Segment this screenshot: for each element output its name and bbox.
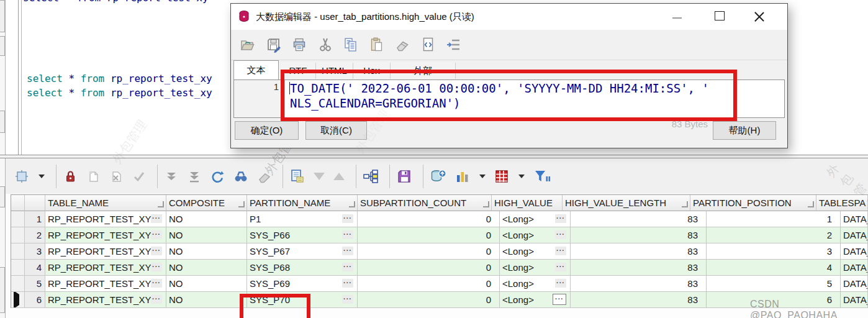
matrix-icon[interactable]: [494, 169, 509, 184]
ellipsis-button[interactable]: [151, 214, 162, 223]
cell-partition-name[interactable]: SYS_P68: [247, 260, 358, 276]
ellipsis-button[interactable]: [151, 230, 162, 239]
ellipsis-button[interactable]: [555, 214, 566, 223]
grid-select-icon[interactable]: [14, 169, 29, 184]
cell-partition-position[interactable]: 3: [707, 243, 841, 260]
ellipsis-button[interactable]: [151, 263, 162, 271]
cell-composite[interactable]: NO: [166, 292, 247, 308]
cell-tablespace[interactable]: DATA_RE: [841, 276, 868, 292]
cell-table-name[interactable]: RP_REPORT_TEST_XY: [45, 227, 166, 243]
cell-partition-position[interactable]: 5: [707, 276, 841, 292]
ellipsis-button[interactable]: [342, 214, 353, 223]
cell-high-value[interactable]: <Long>: [500, 243, 571, 260]
ellipsis-button[interactable]: [342, 247, 353, 255]
cell-partition-position[interactable]: 1: [707, 211, 841, 227]
column-header-composite[interactable]: COMPOSITE: [166, 195, 247, 211]
cell-high-value-length[interactable]: 83: [571, 276, 707, 292]
paste-icon[interactable]: [369, 37, 385, 53]
save-icon[interactable]: [266, 37, 282, 53]
row-marker-cell[interactable]: [11, 211, 25, 227]
cell-high-value-length[interactable]: 83: [571, 292, 707, 308]
cell-high-value-length[interactable]: 83: [571, 243, 707, 260]
cell-tablespace[interactable]: DATA_RE: [841, 260, 868, 276]
cell-subpartition-count[interactable]: 0: [358, 292, 500, 308]
cell-high-value[interactable]: <Long>: [500, 292, 571, 308]
insert-record-icon[interactable]: [86, 169, 101, 184]
column-header-partition-name[interactable]: PARTITION_NAME: [247, 195, 358, 211]
row-number-cell[interactable]: 6: [25, 292, 45, 308]
cell-table-name[interactable]: RP_REPORT_TEST_XY: [45, 243, 166, 260]
sql-line[interactable]: select * from rp_report_test_xy: [27, 73, 212, 84]
column-header-high-value-length[interactable]: HIGH_VALUE_LENGTH: [563, 195, 690, 211]
cell-tablespace[interactable]: DATA_RE: [841, 243, 868, 260]
row-marker-cell[interactable]: [11, 276, 25, 292]
export-db-icon[interactable]: [430, 168, 447, 184]
dropdown-icon[interactable]: [38, 175, 45, 178]
cell-table-name[interactable]: RP_REPORT_TEST_XY: [45, 211, 166, 227]
cell-high-value[interactable]: <Long>: [500, 227, 571, 243]
maximize-button[interactable]: [708, 4, 733, 27]
cell-partition-name[interactable]: P1: [247, 211, 358, 227]
cell-tablespace[interactable]: DATA_RE: [841, 292, 868, 308]
cell-high-value[interactable]: <Long>: [500, 276, 571, 292]
cell-subpartition-count[interactable]: 0: [358, 243, 500, 260]
row-marker-cell[interactable]: [11, 292, 25, 308]
close-button[interactable]: [751, 4, 776, 27]
cell-tablespace[interactable]: DATA_RE: [841, 211, 868, 227]
cell-partition-name[interactable]: SYS_P67: [247, 243, 358, 260]
row-number-cell[interactable]: 5: [25, 276, 45, 292]
tab-text[interactable]: 文本: [233, 60, 279, 80]
goto-line-icon[interactable]: [446, 37, 462, 52]
cut-icon[interactable]: [318, 37, 333, 53]
row-number-cell[interactable]: 1: [25, 211, 45, 227]
column-grip-icon[interactable]: [483, 201, 489, 207]
cell-partition-position[interactable]: 6: [707, 292, 841, 308]
column-grip-icon[interactable]: [158, 201, 164, 207]
ellipsis-button[interactable]: [555, 230, 566, 239]
next-page-icon[interactable]: [164, 169, 179, 184]
cell-high-value-length[interactable]: 83: [571, 260, 707, 276]
cell-composite[interactable]: NO: [166, 243, 247, 260]
column-grip-icon[interactable]: [808, 201, 814, 207]
minimize-button[interactable]: [666, 4, 690, 27]
cell-tablespace[interactable]: DATA_RE: [841, 227, 868, 243]
ellipsis-button[interactable]: [342, 230, 353, 239]
cell-high-value[interactable]: <Long>: [500, 260, 571, 276]
column-header-high-value[interactable]: HIGH_VALUE: [492, 195, 563, 211]
ellipsis-button[interactable]: [151, 279, 162, 288]
cell-table-name[interactable]: RP_REPORT_TEST_XY: [45, 276, 166, 292]
cell-high-value-length[interactable]: 83: [571, 211, 707, 227]
clear-find-icon[interactable]: [257, 169, 272, 184]
dropdown-icon[interactable]: [479, 175, 486, 178]
tree-view-icon[interactable]: [363, 168, 379, 184]
prev-set-icon[interactable]: [314, 173, 325, 180]
column-header-table-name[interactable]: TABLE_NAME: [45, 195, 166, 211]
ellipsis-button[interactable]: [342, 263, 353, 271]
ellipsis-button[interactable]: [342, 295, 353, 304]
ellipsis-button[interactable]: [342, 279, 353, 288]
column-grip-icon[interactable]: [682, 201, 688, 207]
cell-high-value-length[interactable]: 83: [571, 227, 707, 243]
refresh-icon[interactable]: [210, 169, 225, 184]
cell-composite[interactable]: NO: [166, 276, 247, 292]
xml-icon[interactable]: [421, 37, 436, 53]
help-button[interactable]: 帮助(H): [713, 121, 776, 140]
column-header-subpartition-count[interactable]: SUBPARTITION_COUNT: [358, 195, 492, 211]
cell-partition-name[interactable]: SYS_P66: [247, 227, 358, 243]
column-grip-icon[interactable]: [349, 201, 355, 207]
post-edit-icon[interactable]: [132, 169, 147, 184]
row-number-cell[interactable]: 2: [25, 227, 45, 243]
dropdown-icon[interactable]: [518, 175, 525, 178]
row-marker-cell[interactable]: [11, 260, 25, 276]
ellipsis-button[interactable]: [555, 247, 566, 255]
report-icon[interactable]: [289, 168, 305, 184]
cell-high-value[interactable]: <Long>: [500, 211, 571, 227]
row-marker-cell[interactable]: [11, 243, 25, 260]
next-set-icon[interactable]: [333, 173, 345, 180]
erase-icon[interactable]: [395, 37, 411, 52]
cell-subpartition-count[interactable]: 0: [358, 276, 500, 292]
ellipsis-button[interactable]: [553, 294, 566, 305]
open-icon[interactable]: [240, 37, 256, 52]
cell-subpartition-count[interactable]: 0: [358, 227, 500, 243]
lock-icon[interactable]: [63, 169, 78, 184]
